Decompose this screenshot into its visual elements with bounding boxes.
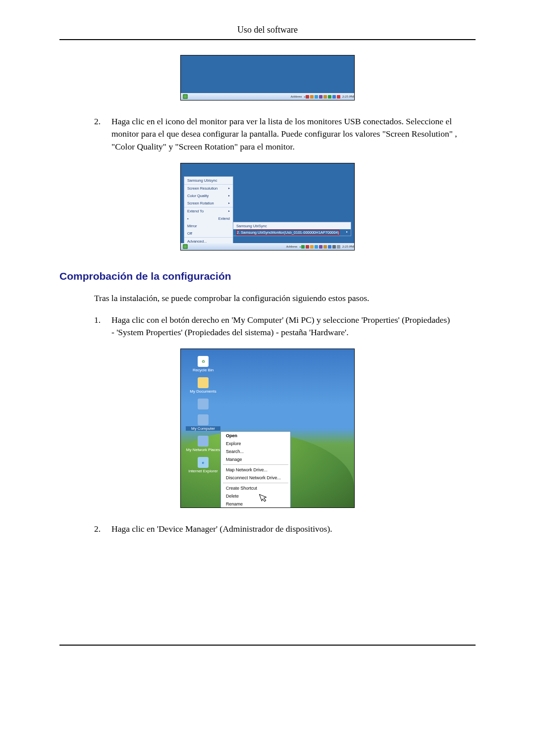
footer-rule xyxy=(59,645,476,646)
right-click-menu: Open Explore Search... Manage Map Networ… xyxy=(220,431,291,507)
menu-item-color-quality: Color Quality▸ xyxy=(184,192,233,200)
tray-icon xyxy=(337,95,340,99)
tray-icon xyxy=(323,245,327,249)
list-text: Haga clic con el botón derecho en 'My Co… xyxy=(111,314,450,339)
list-text: Haga clic en el icono del monitor para v… xyxy=(111,115,476,153)
tray-icon xyxy=(315,95,318,99)
chevron-right-icon: ▸ xyxy=(228,201,230,205)
tray-icon xyxy=(306,95,309,99)
list-number: 2. xyxy=(94,115,111,153)
figure-ubisync-menu: Samsung Ubisync Screen Resolution▸ Color… xyxy=(59,163,476,251)
recycle-bin-icon: ♻ Recycle Bin xyxy=(186,356,220,372)
generic-icon xyxy=(186,399,220,409)
list-number: 1. xyxy=(94,314,111,339)
menu-item-manage: Manage xyxy=(221,455,290,463)
menu-item-delete: Delete xyxy=(221,492,290,500)
menu-item-rename: Rename xyxy=(221,500,290,507)
taskbar: Address « 2:25 PM xyxy=(181,93,354,100)
menu-item-mirror: Mirror xyxy=(184,222,233,230)
list-text: Haga clic en 'Device Manager' (Administr… xyxy=(111,523,332,535)
tray-icon xyxy=(306,245,309,249)
system-tray xyxy=(306,95,340,99)
section-heading: Comprobación de la configuración xyxy=(59,270,476,282)
menu-item-disconnect-drive: Disconnect Network Drive... xyxy=(221,474,290,482)
context-menu-title: Samsung Ubisync xyxy=(184,177,233,184)
taskbar-clock: 2:25 PM xyxy=(342,245,354,249)
my-network-places-icon: My Network Places xyxy=(186,436,220,452)
tray-icon xyxy=(332,245,336,249)
tray-icon xyxy=(319,95,322,99)
figure-desktop-properties: ♻ Recycle Bin My Documents My Computer xyxy=(59,349,476,508)
my-computer-icon: My Computer xyxy=(186,414,220,431)
menu-item-create-shortcut: Create Shortcut xyxy=(221,484,290,492)
context-menu: Samsung Ubisync Screen Resolution▸ Color… xyxy=(184,176,233,246)
taskbar: Address « 2:25 PM xyxy=(181,243,354,250)
system-tray xyxy=(301,245,340,249)
taskbar-clock: 2:25 PM xyxy=(342,95,354,99)
menu-item-extend-to: Extend To▸ xyxy=(184,207,233,215)
page-header: Uso del software xyxy=(59,25,476,40)
intro-paragraph: Tras la instalación, se puede comprobar … xyxy=(94,292,476,304)
tray-icon xyxy=(337,245,340,249)
chevron-right-icon: ▸ xyxy=(346,230,348,235)
tray-icon xyxy=(301,245,305,249)
desktop-icons: ♻ Recycle Bin My Documents My Computer xyxy=(186,356,220,478)
tray-icon xyxy=(315,245,318,249)
tray-icon xyxy=(310,245,314,249)
internet-explorer-icon: e Internet Explorer xyxy=(186,457,220,473)
list-item: 2. Haga clic en 'Device Manager' (Admini… xyxy=(94,523,476,535)
list-item: 1. Haga clic con el botón derecho en 'My… xyxy=(94,314,476,339)
tray-icon xyxy=(310,95,314,99)
start-button-icon xyxy=(183,244,188,249)
tray-icon xyxy=(328,245,331,249)
figure-taskbar-screenshot: Address « 2:25 PM xyxy=(59,55,476,101)
menu-item-explore: Explore xyxy=(221,440,290,448)
monitor-list-popup: Samsung UbiSync 2. Samsung UbiSyncMonito… xyxy=(233,222,351,236)
tray-icon xyxy=(319,245,322,249)
address-label: Address xyxy=(290,95,302,99)
tray-icon xyxy=(328,95,331,99)
menu-item-rotation: Screen Rotation▸ xyxy=(184,200,233,207)
menu-item-extend: Extend xyxy=(184,215,233,222)
monitor-list-item: 2. Samsung UbiSyncMonitor(Usb_0101-00000… xyxy=(233,229,351,236)
address-label: Address xyxy=(286,245,297,249)
list-item: 2. Haga clic en el icono del monitor par… xyxy=(94,115,476,153)
menu-item-off: Off xyxy=(184,230,233,237)
menu-item-search: Search... xyxy=(221,448,290,455)
tray-icon xyxy=(332,95,336,99)
my-documents-icon: My Documents xyxy=(186,377,220,394)
chevron-right-icon: ▸ xyxy=(228,209,230,213)
start-button-icon xyxy=(183,94,188,99)
tray-icon xyxy=(323,95,327,99)
list-number: 2. xyxy=(94,523,111,535)
chevron-right-icon: ▸ xyxy=(228,186,230,191)
popup-title: Samsung UbiSync xyxy=(236,224,348,228)
menu-item-map-drive: Map Network Drive... xyxy=(221,466,290,474)
menu-item-open: Open xyxy=(221,432,290,440)
menu-item-resolution: Screen Resolution▸ xyxy=(184,185,233,192)
chevron-right-icon: ▸ xyxy=(228,194,230,198)
